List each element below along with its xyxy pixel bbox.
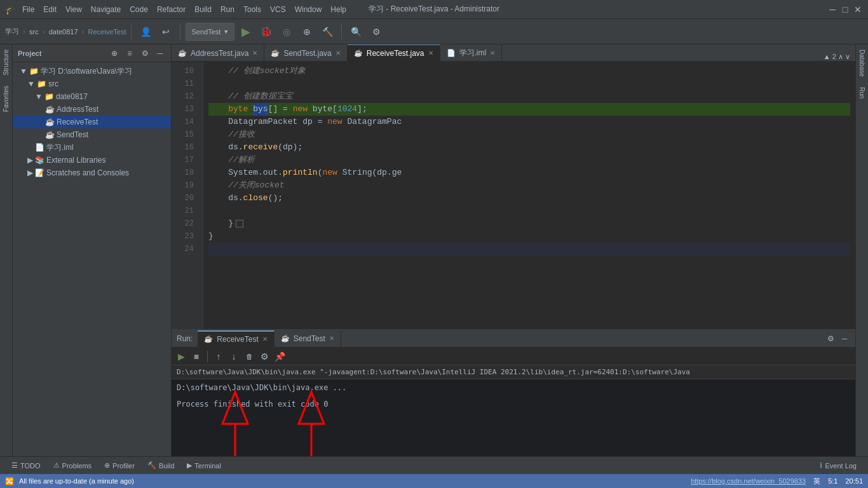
terminal-icon: ▶ (187, 461, 192, 470)
warning-badge: ▲ 2 ∧ ∨ (824, 53, 850, 61)
tab-receive-close[interactable]: ✕ (428, 50, 433, 57)
coverage-button[interactable]: ◎ (278, 23, 295, 41)
maximize-button[interactable]: □ (840, 4, 850, 15)
title-bar: 🎓 File Edit View Navigate Code Refactor … (0, 0, 868, 19)
run-stop-button[interactable]: ■ (189, 349, 203, 363)
database-tab[interactable]: Database (857, 44, 867, 82)
problems-tab[interactable]: ⚠ Problems (47, 458, 98, 474)
project-close-icon[interactable]: ─ (154, 48, 166, 59)
todo-label: TODO (20, 462, 41, 470)
run-clear-button[interactable]: 🗑 (242, 349, 256, 363)
profiler-button[interactable]: ⊕ (298, 23, 316, 41)
menu-tools[interactable]: Tools (240, 4, 265, 15)
run-pin-button[interactable]: 📌 (273, 349, 287, 363)
menu-code[interactable]: Code (126, 4, 152, 15)
build-bottom-tab[interactable]: 🔨 Build (141, 458, 180, 474)
menu-edit[interactable]: Edit (39, 4, 60, 15)
line-num-12: 12 (172, 90, 198, 103)
run-restart-button[interactable]: ▶ (174, 349, 188, 363)
status-bar: 🔀 All files are up-to-date (a minute ago… (0, 474, 868, 488)
kw-new3: new (322, 166, 342, 179)
code-16b: (dp); (278, 141, 302, 154)
tree-item-scratches[interactable]: ▶ 📝 Scratches and Consoles (13, 166, 171, 179)
code-editor[interactable]: 10 11 12 13 14 15 16 17 18 19 20 21 22 2… (172, 62, 855, 329)
settings-button[interactable]: ⚙ (367, 23, 385, 41)
tab-iml[interactable]: 📄 学习.iml ✕ (440, 44, 503, 61)
tab-send-close[interactable]: ✕ (336, 50, 341, 57)
menu-run[interactable]: Run (217, 4, 238, 15)
todo-tab[interactable]: ☰ TODO (5, 458, 47, 474)
tree-item-src[interactable]: ▼ 📁 src (13, 78, 171, 90)
menu-vcs[interactable]: VCS (266, 4, 290, 15)
tree-ext-label: External Libraries (46, 156, 105, 165)
tree-item-receive[interactable]: ☕ ReceiveTest (13, 116, 171, 128)
menu-help[interactable]: Help (327, 4, 350, 15)
tab-iml-close[interactable]: ✕ (490, 50, 495, 57)
run-side-tab[interactable]: Run (857, 82, 867, 104)
project-settings-icon[interactable]: ⚙ (139, 48, 151, 59)
run-scroll-bottom[interactable]: ↓ (227, 349, 241, 363)
menu-window[interactable]: Window (291, 4, 326, 15)
favorites-tab[interactable]: Favorites (1, 81, 11, 117)
tab-send[interactable]: ☕ SendTest.java ✕ (264, 44, 347, 61)
run-config-button[interactable]: SendTest ▼ (186, 23, 234, 41)
status-url[interactable]: https://blog.csdn.net/weixin_5029833 (691, 477, 806, 485)
tree-item-date0817[interactable]: ▼ 📁 date0817 (13, 90, 171, 103)
code-line-18: System.out.println(new String(dp.ge (208, 166, 850, 179)
tree-item-address[interactable]: ☕ AddressTest (13, 103, 171, 116)
minimize-button[interactable]: ─ (827, 4, 837, 15)
run-settings2-button[interactable]: ⚙ (257, 349, 271, 363)
code-23: } (208, 230, 214, 243)
event-log-tab[interactable]: ℹ Event Log (813, 458, 863, 474)
menu-file[interactable]: File (18, 4, 38, 15)
tree-item-root[interactable]: ▼ 📁 学习 D:\software\Java\学习 (13, 65, 171, 78)
run-tab-send[interactable]: ☕ SendTest ✕ (275, 330, 341, 347)
project-expand-icon[interactable]: ⊕ (109, 48, 120, 59)
line-num-13: 13 (172, 103, 198, 116)
menu-build[interactable]: Build (191, 4, 215, 15)
run-tab-send-close[interactable]: ✕ (329, 335, 334, 342)
method-receive: receive (243, 141, 278, 154)
build-button[interactable]: 🔨 (318, 23, 336, 41)
project-collapse-icon[interactable]: ≡ (124, 48, 135, 59)
profiler-tab[interactable]: ⊕ Profiler (98, 458, 141, 474)
tree-item-iml[interactable]: 📄 学习.iml (13, 141, 171, 154)
tab-address-close[interactable]: ✕ (252, 50, 257, 57)
run-scroll-top[interactable]: ↑ (212, 349, 226, 363)
menu-view[interactable]: View (62, 4, 86, 15)
code-line-21 (208, 205, 850, 217)
account-button[interactable]: 👤 (137, 23, 154, 41)
terminal-tab[interactable]: ▶ Terminal (180, 458, 227, 474)
run-tab-receive-close[interactable]: ✕ (262, 336, 268, 342)
tab-address[interactable]: ☕ AddressTest.java ✕ (172, 44, 264, 61)
code-content[interactable]: // 创建socket对象 // 创建数据宝宝 byte bys[] = new… (203, 62, 855, 329)
run-success-text: Process finished with exit code 0 (177, 400, 328, 409)
code-22: } (208, 217, 233, 230)
date-folder-icon: 📁 (44, 92, 54, 101)
tree-item-send[interactable]: ☕ SendTest (13, 128, 171, 141)
debug-button[interactable]: 🐞 (257, 23, 275, 41)
tab-receive[interactable]: ☕ ReceiveTest.java ✕ (348, 44, 440, 61)
menu-navigate[interactable]: Navigate (87, 4, 125, 15)
run-tab-icon-2: ☕ (281, 334, 290, 342)
run-settings-icon[interactable]: ⚙ (825, 333, 836, 344)
close-button[interactable]: ✕ (853, 4, 863, 15)
menu-refactor[interactable]: Refactor (153, 4, 189, 15)
back-button[interactable]: ↩ (157, 23, 175, 41)
code-line-11 (208, 78, 850, 90)
code-20b: (); (268, 192, 283, 205)
run-button[interactable]: ▶ (237, 23, 255, 41)
run-tabs: Run: ☕ ReceiveTest ✕ ☕ SendTest ✕ ⚙ ─ (172, 330, 855, 348)
fold-marker-22[interactable] (236, 220, 243, 227)
tree-item-label: 学习 D:\software\Java\学习 (41, 66, 132, 77)
tree-receive-label: ReceiveTest (57, 118, 98, 126)
tree-item-ext-libs[interactable]: ▶ 📚 External Libraries (13, 154, 171, 166)
run-tab-receive[interactable]: ☕ ReceiveTest ✕ (198, 330, 274, 347)
search-everywhere-button[interactable]: 🔍 (347, 23, 365, 41)
run-close-icon[interactable]: ─ (839, 333, 850, 344)
line-num-16: 16 (172, 141, 198, 154)
comment-17: //解析 (208, 154, 255, 166)
structure-tab[interactable]: Structure (1, 44, 11, 81)
code-line-20: ds.close(); (208, 192, 850, 205)
problems-label: Problems (62, 462, 92, 470)
